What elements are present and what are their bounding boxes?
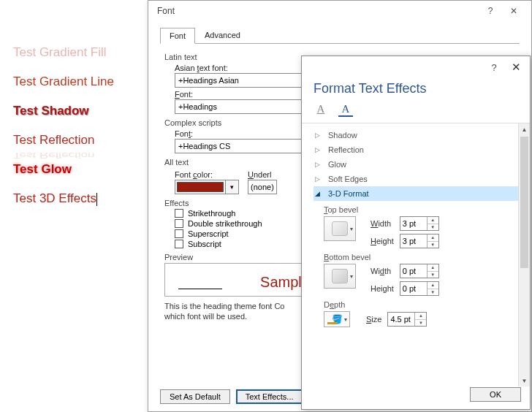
checkbox-icon [175, 229, 183, 238]
chevron-right-icon: ▷ [315, 131, 322, 139]
sample-3d: Test 3D Effects [13, 191, 114, 206]
expander-soft-edges[interactable]: ▷Soft Edges [314, 172, 525, 186]
font-dialog-titlebar: Font ? ✕ [148, 1, 531, 21]
sample-gradient-fill: Test Gradient Fill [13, 45, 114, 60]
font-dialog-title: Font [154, 6, 479, 16]
depth-size-spinner[interactable]: ▲▼ [387, 312, 427, 327]
sample-text-list: Test Gradient Fill Test Gradient Line Te… [13, 45, 114, 206]
fte-category-icons: A A [302, 101, 530, 123]
fte-titlebar: ? ✕ [302, 56, 530, 78]
sample-glow: Test Glow [13, 162, 114, 177]
font-color-label: Font color: [175, 170, 239, 179]
underline-label: Underl [248, 170, 277, 179]
top-height-label: Height [370, 237, 394, 245]
chevron-right-icon: ▷ [315, 146, 322, 153]
format-text-effects-dialog: ? ✕ Format Text Effects A A ▲ ▼ ▷Shadow … [301, 56, 531, 410]
bevel-thumb-icon [332, 221, 348, 236]
expander-3d-format[interactable]: ◢3-D Format [314, 186, 525, 201]
tab-advanced[interactable]: Advanced [195, 27, 250, 43]
tab-strip: Font Advanced [148, 21, 531, 43]
checkbox-icon [175, 219, 183, 228]
help-icon[interactable]: ? [479, 6, 502, 16]
bottom-bevel-label: Bottom bevel [324, 253, 512, 262]
text-effects-button[interactable]: Text Effects... [236, 389, 303, 404]
bottom-height-spinner[interactable]: ▲▼ [400, 281, 439, 296]
depth-color-picker[interactable]: 🪣▾ [324, 311, 350, 327]
help-icon[interactable]: ? [483, 62, 505, 73]
top-width-spinner[interactable]: ▲▼ [400, 216, 439, 231]
chevron-right-icon: ▷ [315, 161, 322, 168]
chevron-down-icon[interactable]: ▾ [225, 180, 238, 194]
text-fill-outline-icon[interactable]: A [314, 102, 328, 117]
expander-glow[interactable]: ▷Glow [314, 157, 525, 172]
sample-reflection: Test Reflection [13, 133, 114, 148]
expander-reflection[interactable]: ▷Reflection [314, 142, 525, 157]
chevron-down-icon: ▾ [350, 226, 353, 232]
font-color-combo[interactable]: ▾ [175, 180, 239, 194]
top-height-spinner[interactable]: ▲▼ [400, 234, 439, 248]
set-as-default-button[interactable]: Set As Default [160, 389, 230, 404]
text-cursor [96, 193, 97, 206]
bottom-width-spinner[interactable]: ▲▼ [400, 264, 439, 278]
top-width-label: Width [370, 219, 394, 228]
chevron-down-icon: ▾ [350, 273, 353, 280]
font-color-swatch [177, 182, 224, 192]
preview-underline [178, 289, 222, 289]
scroll-up-icon[interactable]: ▲ [519, 123, 530, 135]
top-bevel-label: Top bevel [324, 205, 512, 214]
depth-size-label: Size [366, 315, 381, 324]
expander-shadow[interactable]: ▷Shadow [314, 128, 525, 142]
bottom-height-label: Height [370, 284, 394, 293]
checkbox-icon [175, 209, 183, 218]
ok-button[interactable]: OK [470, 387, 521, 402]
top-bevel-picker[interactable]: ▾ [324, 216, 356, 241]
bottom-width-label: Width [370, 267, 394, 275]
chevron-down-icon: ◢ [315, 190, 322, 197]
bottom-bevel-picker[interactable]: ▾ [324, 264, 356, 289]
close-icon[interactable]: ✕ [505, 61, 527, 74]
sample-shadow: Test Shadow [13, 104, 114, 118]
chevron-right-icon: ▷ [315, 175, 322, 183]
scrollbar[interactable]: ▲ ▼ [518, 123, 530, 386]
scroll-down-icon[interactable]: ▼ [519, 375, 530, 386]
fte-heading: Format Text Effects [302, 78, 530, 101]
text-effects-icon[interactable]: A [338, 102, 353, 117]
underline-input[interactable] [248, 180, 277, 194]
depth-label: Depth [324, 300, 512, 309]
tab-font[interactable]: Font [160, 28, 195, 44]
sample-gradient-line: Test Gradient Line [13, 75, 114, 89]
checkbox-icon [175, 240, 183, 248]
scroll-thumb[interactable] [520, 137, 528, 268]
close-icon[interactable]: ✕ [502, 6, 525, 16]
bevel-thumb-icon [332, 269, 348, 283]
chevron-down-icon: ▾ [344, 316, 347, 323]
